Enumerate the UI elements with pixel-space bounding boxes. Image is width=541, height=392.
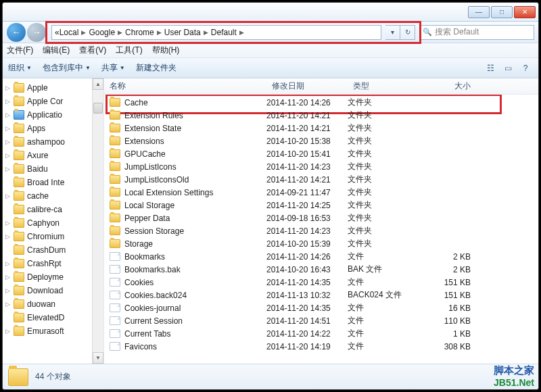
list-item[interactable]: Cache2014-11-20 14:26文件夹 [104, 96, 538, 109]
address-dropdown-button[interactable]: ▾ [385, 25, 400, 40]
tree-node[interactable]: ▷Caphyon [3, 216, 103, 230]
expand-icon[interactable]: ▷ [5, 301, 12, 308]
search-input[interactable]: 🔍 搜索 Default [419, 25, 534, 40]
tree-node[interactable]: ▷Apple Cor [3, 95, 103, 108]
menu-item[interactable]: 帮助(H) [152, 45, 180, 56]
expand-icon[interactable]: ▷ [5, 152, 12, 159]
list-item[interactable]: Bookmarks2014-11-20 14:26文件2 KB [104, 250, 538, 263]
col-type[interactable]: 类型 [348, 80, 422, 92]
crumb-item[interactable]: Default [211, 28, 237, 37]
tree-label: Apple [27, 83, 48, 93]
tree-node[interactable]: ▷duowan [3, 297, 103, 311]
expand-icon[interactable]: ▷ [5, 84, 12, 91]
expand-icon[interactable]: ▷ [5, 274, 12, 280]
item-name: Bookmarks [124, 252, 165, 262]
tree-node[interactable]: ▷Emurasoft [3, 324, 103, 338]
item-name: Bookmarks.bak [124, 265, 181, 274]
item-name: Extension State [124, 124, 181, 133]
tree-node[interactable]: CrashDum [3, 243, 103, 257]
view-mode-button[interactable]: ☷ [483, 61, 498, 76]
share-menu[interactable]: 共享▼ [101, 62, 125, 74]
tree-node[interactable]: ▷Download [3, 284, 103, 297]
menu-item[interactable]: 工具(T) [116, 45, 142, 56]
list-item[interactable]: Current Session2014-11-20 14:51文件110 KB [104, 314, 538, 327]
list-item[interactable]: Pepper Data2014-09-18 16:53文件夹 [104, 212, 538, 224]
tree-node[interactable]: ▷Axure [3, 149, 103, 162]
tree-node[interactable]: calibre-ca [3, 203, 103, 216]
expand-icon[interactable]: ▷ [5, 166, 12, 172]
col-name[interactable]: 名称 [104, 80, 266, 92]
tree-node[interactable]: ▷ashampoo [3, 135, 103, 149]
tree-node[interactable]: ▷Applicatio [3, 108, 103, 122]
back-button[interactable]: ← [7, 23, 26, 42]
tree-node[interactable]: ▷CrashRpt [3, 257, 103, 270]
col-size[interactable]: 大小 [422, 80, 476, 92]
expand-icon[interactable]: ▷ [5, 98, 12, 105]
list-item[interactable]: Extension State2014-11-20 14:21文件夹 [104, 122, 538, 134]
expand-icon[interactable]: ▷ [5, 328, 12, 335]
list-item[interactable]: Favicons2014-11-20 14:19文件308 KB [104, 340, 538, 353]
list-item[interactable]: Storage2014-10-20 15:39文件夹 [104, 237, 538, 250]
menu-item[interactable]: 编辑(E) [43, 45, 70, 56]
file-icon [110, 265, 120, 274]
scroll-up-icon[interactable]: ▲ [93, 78, 103, 90]
tree-scrollbar[interactable]: ▲ ▼ [92, 78, 103, 364]
scroll-down-icon[interactable]: ▼ [93, 352, 103, 364]
crumb-item[interactable]: Chrome [125, 28, 154, 37]
list-item[interactable]: Cookies2014-11-20 14:35文件151 KB [104, 276, 538, 289]
preview-pane-button[interactable]: ▭ [500, 61, 515, 76]
refresh-button[interactable]: ↻ [400, 25, 415, 40]
list-item[interactable]: Cookies-journal2014-11-20 14:35文件16 KB [104, 301, 538, 314]
list-item[interactable]: Extension Rules2014-11-20 14:21文件夹 [104, 109, 538, 122]
crumb-item[interactable]: Google [89, 28, 115, 37]
item-name: Cookies.back024 [124, 291, 187, 300]
list-item[interactable]: Current Tabs2014-11-20 14:22文件1 KB [104, 327, 538, 340]
tree-node[interactable]: ElevatedD [3, 311, 103, 324]
menu-item[interactable]: 查看(V) [79, 45, 106, 56]
list-item[interactable]: Session Storage2014-11-20 14:23文件夹 [104, 224, 538, 237]
item-name: Pepper Data [124, 214, 170, 223]
list-item[interactable]: Cookies.back0242014-11-13 10:32BACK024 文… [104, 289, 538, 301]
new-folder-button[interactable]: 新建文件夹 [136, 62, 177, 74]
tree-node[interactable]: ▷cache [3, 189, 103, 203]
tree-node[interactable]: ▷Apps [3, 122, 103, 135]
expand-icon[interactable]: ▷ [5, 220, 12, 226]
organize-menu[interactable]: 组织▼ [8, 62, 32, 74]
menu-item[interactable]: 文件(F) [7, 45, 33, 56]
help-button[interactable]: ? [518, 61, 533, 76]
address-bar[interactable]: « Local ▶ Google ▶ Chrome ▶ User Data ▶ … [51, 25, 381, 40]
list-item[interactable]: Local Extension Settings2014-09-21 11:47… [104, 186, 538, 199]
list-item[interactable]: JumpListIconsOld2014-11-20 14:21文件夹 [104, 173, 538, 186]
crumb-item[interactable]: Local [60, 28, 79, 37]
forward-button[interactable]: → [27, 23, 46, 42]
item-size: 151 KB [422, 278, 476, 287]
tree-node[interactable]: Broad Inte [3, 176, 103, 189]
list-item[interactable]: Bookmarks.bak2014-10-20 16:43BAK 文件2 KB [104, 263, 538, 276]
expand-icon[interactable]: ▷ [5, 193, 12, 199]
minimize-button[interactable]: — [468, 6, 490, 18]
tree-node[interactable]: ▷Chromium [3, 230, 103, 243]
expand-icon[interactable]: ▷ [5, 112, 12, 118]
item-date: 2014-10-20 15:38 [266, 137, 348, 146]
expand-icon[interactable]: ▷ [5, 125, 12, 132]
item-date: 2014-11-20 14:19 [266, 342, 348, 351]
list-item[interactable]: GPUCache2014-10-20 15:41文件夹 [104, 147, 538, 160]
include-library-menu[interactable]: 包含到库中▼ [43, 62, 91, 74]
crumb-item[interactable]: User Data [164, 28, 201, 37]
expand-icon[interactable]: ▷ [5, 287, 12, 294]
list-item[interactable]: JumpListIcons2014-11-20 14:23文件夹 [104, 160, 538, 173]
folder-icon [110, 111, 120, 120]
close-button[interactable]: ✕ [514, 6, 536, 18]
expand-icon[interactable]: ▷ [5, 233, 12, 240]
col-date[interactable]: 修改日期 [266, 80, 348, 92]
tree-node[interactable]: ▷Baidu [3, 162, 103, 176]
expand-icon[interactable]: ▷ [5, 260, 12, 267]
tree-node[interactable]: ▷Apple [3, 81, 103, 95]
maximize-button[interactable]: □ [491, 6, 513, 18]
expand-icon[interactable]: ▷ [5, 139, 12, 145]
list-item[interactable]: Extensions2014-10-20 15:38文件夹 [104, 134, 538, 147]
tree-node[interactable]: ▷Deployme [3, 270, 103, 284]
list-item[interactable]: Local Storage2014-11-20 14:25文件夹 [104, 199, 538, 212]
item-size: 151 KB [422, 291, 476, 300]
scroll-thumb[interactable] [93, 103, 103, 114]
